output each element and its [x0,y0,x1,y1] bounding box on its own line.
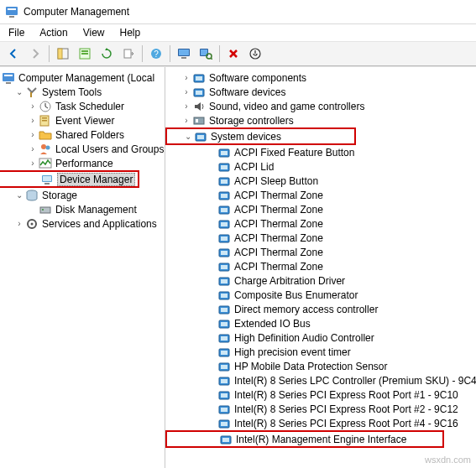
svg-rect-77 [221,351,228,355]
show-hide-tree-button[interactable] [53,44,73,64]
tree-item-label: Direct memory access controller [234,304,378,315]
svg-rect-61 [221,237,228,241]
device-item[interactable]: ACPI Sleep Button [206,174,476,188]
svg-rect-36 [40,207,50,213]
svg-rect-8 [124,49,131,58]
device-item[interactable]: Intel(R) 8 Series PCI Express Root Port … [206,387,476,402]
device-item[interactable]: Charge Arbitration Driver [206,273,476,288]
expander-closed-icon[interactable]: › [27,115,39,127]
expander-none [206,289,217,301]
enable-button[interactable] [245,44,265,64]
properties-button[interactable] [75,44,95,64]
device-item[interactable]: HP Mobile Data Protection Sensor [206,359,476,373]
export-button[interactable] [118,44,139,64]
disk-icon [39,203,52,216]
tree-device-manager[interactable]: Device Manager [29,172,138,186]
tree-storage[interactable]: ⌄ Storage [13,188,165,202]
tree-disk-management[interactable]: Disk Management [27,202,165,216]
monitor-icon-button[interactable] [174,44,194,64]
tree-root[interactable]: Computer Management (Local [0,70,165,85]
device-item[interactable]: ACPI Fixed Feature Button [206,145,476,159]
device-category[interactable]: › Software components [180,70,476,85]
console-tree-pane[interactable]: Computer Management (Local ⌄ System Tool… [0,67,165,468]
tree-system-tools[interactable]: ⌄ System Tools [13,85,165,99]
tree-shared-folders[interactable]: › Shared Folders [27,127,165,142]
console-tree[interactable]: Computer Management (Local ⌄ System Tool… [0,70,165,231]
device-folder-icon [217,260,231,273]
expander-none [206,275,217,287]
uninstall-button[interactable] [223,44,243,64]
device-system-devices[interactable]: ⌄ System devices [182,129,354,143]
tree-task-scheduler[interactable]: › Task Scheduler [27,99,165,113]
expander-closed-icon[interactable]: › [27,143,39,155]
device-item[interactable]: Intel(R) 8 Series PCI Express Root Port … [206,402,476,416]
device-item[interactable]: ACPI Thermal Zone [206,202,476,216]
svg-rect-59 [221,222,228,226]
expander-closed-icon[interactable]: › [180,101,192,112]
device-item[interactable]: ACPI Thermal Zone [206,216,476,231]
tree-performance[interactable]: › Performance [27,156,165,170]
expander-none [206,261,217,273]
tree-local-users[interactable]: › Local Users and Groups [27,142,165,156]
expander-closed-icon[interactable]: › [27,129,39,141]
menu-file[interactable]: File [2,25,31,40]
tree-item-label: Event Viewer [55,115,114,127]
device-item[interactable]: High Definition Audio Controller [206,330,476,345]
tree-item-label: ACPI Sleep Button [234,175,318,187]
svg-rect-81 [221,379,228,383]
tree-item-label: Software devices [209,86,285,98]
tree-item-label: High Definition Audio Controller [234,332,374,344]
scan-hardware-button[interactable] [196,44,216,64]
expander-open-icon[interactable]: ⌄ [13,86,25,98]
device-item[interactable]: Direct memory access controller [206,302,476,316]
menu-action[interactable]: Action [33,25,74,40]
device-item[interactable]: Intel(R) 8 Series PCI Express Root Port … [206,416,476,430]
refresh-button[interactable] [97,44,117,64]
device-item[interactable]: ACPI Thermal Zone [206,245,476,259]
device-item[interactable]: High precision event timer [206,345,476,359]
svg-rect-57 [221,208,228,212]
device-item[interactable]: Intel(R) Management Engine Interface [207,432,442,446]
device-folder-icon [217,160,231,174]
device-manager-pane[interactable]: › Software components › Software devices… [165,67,476,468]
help-button[interactable]: ? [146,44,166,64]
device-item[interactable]: Composite Bus Enumerator [206,288,476,302]
device-folder-icon [194,130,207,143]
back-button[interactable] [3,44,24,64]
menu-help[interactable]: Help [113,25,148,40]
expander-none [206,232,217,244]
device-item[interactable]: ACPI Thermal Zone [206,259,476,273]
services-icon [25,217,39,231]
device-item[interactable]: ACPI Lid [206,159,476,174]
tree-root-label: Computer Management (Local [18,72,154,84]
expander-closed-icon[interactable]: › [13,218,25,230]
tree-item-label: ACPI Lid [234,161,274,173]
expander-closed-icon[interactable]: › [180,115,192,127]
menu-view[interactable]: View [76,25,112,40]
expander-open-icon[interactable]: ⌄ [182,131,194,143]
svg-rect-63 [221,251,228,255]
device-folder-icon [217,403,231,416]
device-item[interactable]: Extended IO Bus [206,316,476,330]
device-item[interactable]: ACPI Thermal Zone [206,231,476,245]
device-item[interactable]: Intel(R) 8 Series LPC Controller (Premiu… [206,373,476,387]
expander-open-icon[interactable]: ⌄ [13,190,25,201]
device-category[interactable]: › Sound, video and game controllers [180,99,476,113]
tree-item-label: Intel(R) Management Engine Interface [236,434,406,445]
tree-event-viewer[interactable]: › Event Viewer [27,113,165,127]
svg-rect-4 [58,49,62,59]
expander-none [206,403,217,415]
expander-closed-icon[interactable]: › [180,72,192,84]
device-category[interactable]: › Storage controllers [180,113,476,127]
device-category[interactable]: › Software devices [180,85,476,99]
expander-none [206,204,217,216]
tree-item-label: Intel(R) 8 Series PCI Express Root Port … [234,418,458,429]
expander-closed-icon[interactable]: › [180,86,192,98]
forward-button[interactable] [25,44,45,64]
tree-services[interactable]: › Services and Applications [13,216,165,231]
device-tree[interactable]: › Software components › Software devices… [165,70,476,448]
expander-closed-icon[interactable]: › [27,101,39,112]
expander-closed-icon[interactable]: › [27,158,39,169]
toolbar: ? [0,41,476,66]
device-item[interactable]: ACPI Thermal Zone [206,188,476,202]
